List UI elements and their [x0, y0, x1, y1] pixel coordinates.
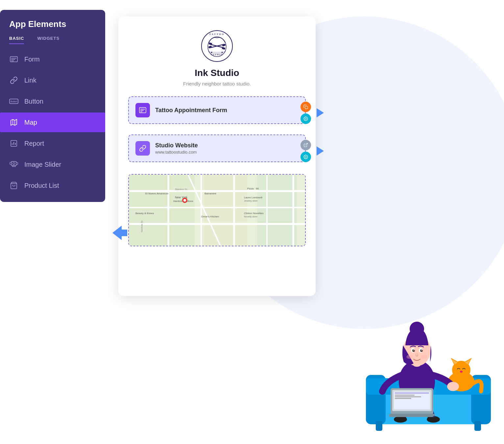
sidebar-item-button[interactable]: Button Button: [0, 91, 105, 111]
svg-rect-12: [11, 161, 16, 165]
sidebar-item-map-label: Map: [24, 119, 37, 126]
svg-point-81: [460, 371, 463, 373]
sidebar-item-product-list[interactable]: Product List: [0, 176, 105, 195]
svg-rect-28: [222, 47, 225, 50]
svg-text:Stanton St: Stanton St: [175, 188, 187, 191]
svg-text:Beauty & Essex: Beauty & Essex: [135, 212, 154, 215]
svg-point-101: [414, 350, 415, 351]
svg-rect-74: [474, 421, 481, 431]
svg-rect-27: [208, 42, 212, 45]
sidebar-item-report-label: Report: [24, 140, 44, 147]
sidebar-tabs: BASIC WIDGETS: [0, 36, 105, 44]
svg-rect-13: [10, 162, 12, 164]
appointment-form-label: Tattoo Appointment Form: [155, 107, 227, 114]
svg-point-102: [421, 350, 422, 351]
svg-marker-68: [112, 226, 127, 240]
studio-website-url: www.tattoostudio.com: [155, 150, 198, 155]
svg-text:Button: Button: [11, 100, 17, 103]
form-icon: [9, 55, 18, 64]
svg-rect-26: [222, 44, 226, 46]
svg-text:Norfolk St: Norfolk St: [140, 220, 143, 232]
svg-rect-42: [204, 175, 247, 246]
svg-point-37: [305, 118, 306, 119]
sidebar-item-form[interactable]: Form: [0, 49, 105, 69]
svg-rect-41: [129, 175, 195, 246]
svg-point-96: [410, 322, 424, 336]
form-actions: [300, 102, 311, 124]
svg-rect-90: [395, 395, 415, 396]
sidebar-items: Form Link Button: [0, 49, 105, 195]
svg-rect-92: [395, 398, 411, 399]
sidebar: App Elements BASIC WIDGETS: [0, 10, 105, 202]
link-actions: [300, 140, 311, 162]
svg-rect-89: [395, 392, 429, 394]
brand-name: Ink Studio: [195, 68, 239, 78]
app-preview-card: TATTOO ★ ★ STUDIO Ink Studio Friendly ne…: [118, 16, 316, 296]
svg-rect-25: [208, 46, 212, 48]
map-inner[interactable]: New York Hardcore Tattoos El Nuevo Amane…: [129, 175, 305, 246]
svg-rect-73: [376, 421, 382, 431]
svg-point-18: [13, 162, 15, 164]
sidebar-item-form-label: Form: [24, 56, 40, 63]
svg-text:TATTOO: TATTOO: [209, 33, 225, 36]
svg-text:Omar's Kitchen: Omar's Kitchen: [201, 215, 219, 218]
svg-rect-43: [257, 175, 297, 246]
svg-point-104: [421, 355, 427, 359]
svg-point-85: [447, 382, 459, 391]
form-arrow: [317, 108, 324, 117]
sidebar-item-image-slider-label: Image Slider: [24, 161, 61, 168]
svg-text:Pizza · 66: Pizza · 66: [247, 187, 259, 190]
svg-line-38: [305, 143, 307, 145]
button-icon: Button: [9, 97, 18, 106]
external-link-button[interactable]: [300, 140, 311, 150]
copy-form-button[interactable]: [300, 102, 311, 112]
product-list-icon: [9, 181, 18, 190]
map-element-block: New York Hardcore Tattoos El Nuevo Amane…: [128, 174, 306, 246]
map-icon: [9, 118, 18, 127]
svg-point-39: [305, 156, 306, 158]
tab-widgets[interactable]: WIDGETS: [37, 36, 60, 44]
link-icon: [9, 76, 18, 85]
sidebar-item-button-label: Button: [24, 98, 43, 105]
svg-point-17: [15, 166, 16, 167]
svg-text:Novelty store: Novelty store: [244, 215, 257, 218]
svg-rect-93: [389, 414, 435, 417]
sidebar-item-report[interactable]: Report: [0, 134, 105, 153]
svg-point-16: [13, 166, 14, 167]
studio-website-block: Studio Website www.tattoostudio.com: [128, 135, 306, 162]
appointment-form-block: Tattoo Appointment Form: [128, 96, 306, 124]
brand-tagline: Friendly neighbor tattoo studio.: [183, 81, 251, 86]
sidebar-item-link[interactable]: Link: [0, 70, 105, 90]
sidebar-item-image-slider[interactable]: Image Slider: [0, 155, 105, 174]
sidebar-item-link-label: Link: [24, 77, 36, 84]
form-element-icon: [135, 103, 150, 117]
sidebar-title: App Elements: [0, 10, 105, 36]
svg-rect-88: [394, 391, 430, 409]
settings-link-button[interactable]: [300, 152, 311, 162]
svg-point-65: [183, 199, 186, 202]
studio-website-label: Studio Website: [155, 142, 198, 149]
svg-point-15: [12, 166, 13, 167]
image-slider-icon: [9, 160, 18, 169]
svg-text:Balvanere: Balvanere: [204, 192, 217, 195]
svg-text:Jewelry store: Jewelry store: [244, 200, 257, 202]
tab-basic[interactable]: BASIC: [9, 36, 24, 44]
svg-rect-91: [395, 396, 421, 397]
svg-rect-36: [305, 106, 308, 109]
illustration: [359, 280, 497, 444]
sidebar-item-product-list-label: Product List: [24, 182, 59, 189]
link-arrow: [317, 146, 324, 156]
sidebar-item-map[interactable]: Map: [0, 112, 105, 132]
svg-point-103: [406, 355, 413, 359]
map-arrow: [112, 226, 127, 242]
brand-logo: TATTOO ★ ★ STUDIO: [201, 30, 233, 62]
link-element-icon: [135, 141, 150, 156]
svg-text:Laura Lombardi: Laura Lombardi: [244, 196, 262, 199]
svg-rect-14: [16, 162, 18, 164]
svg-text:El Nuevo Amanecer: El Nuevo Amanecer: [145, 192, 169, 195]
report-icon: [9, 139, 18, 148]
settings-form-button[interactable]: [300, 113, 311, 124]
svg-text:Clinton Novelties: Clinton Novelties: [244, 212, 264, 215]
